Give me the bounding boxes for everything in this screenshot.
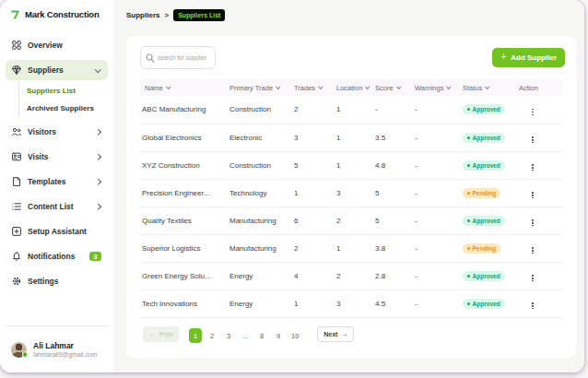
search-input[interactable]: [158, 54, 210, 61]
status-badge: Approved: [463, 160, 505, 171]
bell-icon: [12, 252, 21, 261]
id-card-icon: [12, 152, 21, 161]
cell-primary-trade: Technology: [229, 179, 294, 207]
table-row: ABC ManufacturingConstruction21--Approve…: [140, 96, 562, 124]
page-button-3[interactable]: 3: [222, 328, 235, 343]
kebab-menu-icon[interactable]: [526, 247, 539, 254]
sidebar-item-setup-assistant[interactable]: Setup Assistant: [6, 221, 108, 242]
breadcrumb-parent[interactable]: Suppliers: [126, 11, 159, 19]
cell-trades: 2: [294, 96, 336, 124]
plus-icon: +: [500, 53, 506, 62]
kebab-menu-icon[interactable]: [526, 109, 539, 115]
cell-trades: 1: [294, 179, 336, 207]
cell-score: 5: [375, 207, 415, 234]
sidebar: Mark Construction OverviewSuppliersSuppl…: [0, 0, 113, 372]
table-row: Quality TextilesManufacturing625-Approve…: [140, 207, 562, 234]
cell-location: 1: [336, 234, 375, 262]
cell-location: 2: [336, 207, 375, 234]
cell-score: 5: [375, 179, 415, 207]
prev-page-button[interactable]: ← Prev: [143, 326, 179, 342]
user-card[interactable]: Ali Lahmar lahmarali9@gmail.com: [6, 325, 108, 372]
column-header-trades[interactable]: Trades: [294, 79, 336, 96]
cell-action: [519, 262, 562, 289]
page-button-8[interactable]: 8: [255, 328, 268, 343]
sidebar-item-notifications[interactable]: Notifications3: [6, 246, 108, 266]
sidebar-subitem-archived-suppliers[interactable]: Archived Suppliers: [27, 100, 113, 117]
next-page-button[interactable]: Next →: [317, 326, 354, 342]
cell-action: [519, 151, 562, 179]
sort-chevron-icon: [447, 85, 452, 89]
cell-name: Superior Logistics: [140, 234, 229, 262]
sort-chevron-icon: [366, 85, 370, 89]
cell-primary-trade: Electronic: [229, 124, 294, 151]
main-content: Suppliers > Suppliers List + Add Supplie…: [113, 0, 584, 372]
page-button-9[interactable]: 9: [272, 328, 285, 343]
cell-primary-trade: Manufacturing: [229, 234, 294, 262]
status-badge: Approved: [463, 133, 505, 143]
status-dot-icon: [467, 108, 470, 111]
cell-action: [519, 207, 562, 234]
sidebar-item-suppliers[interactable]: Suppliers: [6, 60, 108, 80]
cell-primary-trade: Energy: [229, 289, 294, 317]
sort-chevron-icon: [166, 85, 171, 89]
gear-icon: [12, 277, 21, 286]
table-row: Green Energy Solu...Energy422.8-Approved: [140, 262, 562, 289]
sidebar-subitem-suppliers-list[interactable]: Suppliers List: [27, 82, 113, 100]
status-dot-icon: [467, 192, 470, 195]
chevron-right-icon: [95, 154, 100, 159]
cell-name: ABC Manufacturing: [140, 96, 229, 124]
cell-action: [519, 96, 562, 124]
app-window: Mark Construction OverviewSuppliersSuppl…: [0, 0, 584, 372]
breadcrumb-current: Suppliers List: [173, 9, 225, 21]
status-dot-icon: [467, 136, 470, 139]
cell-primary-trade: Manufacturing: [229, 207, 294, 234]
kebab-menu-icon[interactable]: [526, 302, 539, 309]
arrow-right-icon: →: [340, 330, 347, 338]
cell-status: Approved: [463, 262, 519, 289]
cell-score: 4.5: [375, 289, 415, 317]
page-button-2[interactable]: 2: [206, 328, 218, 343]
cell-location: 3: [336, 179, 375, 207]
cell-warnings: -: [415, 207, 463, 234]
cell-name: Tech Innovations: [140, 289, 229, 317]
chevron-right-icon: [95, 129, 100, 135]
sidebar-item-visits[interactable]: Visits: [6, 147, 108, 167]
people-icon: [12, 127, 21, 136]
cell-score: 3.8: [375, 234, 415, 262]
column-header-primary-trade[interactable]: Primary Trade: [229, 79, 294, 96]
search-box[interactable]: [140, 46, 216, 69]
cell-trades: 3: [294, 124, 336, 151]
page-button-10[interactable]: 10: [288, 328, 301, 343]
cell-primary-trade: Construction: [229, 96, 294, 124]
column-header-location[interactable]: Location: [336, 79, 375, 96]
sidebar-item-visitors[interactable]: Visitors: [6, 122, 108, 142]
grid-icon: [12, 41, 21, 50]
status-dot-icon: [467, 275, 470, 278]
table-row: Global ElectronicsElectronic313.5-Approv…: [140, 124, 562, 151]
pagination: ← Prev 123...8910 Next →: [126, 318, 576, 350]
sidebar-item-templates[interactable]: Templates: [6, 171, 108, 192]
kebab-menu-icon[interactable]: [526, 136, 539, 143]
kebab-menu-icon[interactable]: [526, 219, 539, 226]
cell-status: Pending: [463, 234, 519, 262]
column-header-status[interactable]: Status: [463, 79, 519, 96]
cell-trades: 1: [294, 289, 336, 317]
sidebar-nav: OverviewSuppliersSuppliers ListArchived …: [0, 30, 113, 325]
chevron-right-icon: [95, 204, 100, 209]
sidebar-item-settings[interactable]: Settings: [6, 271, 108, 291]
page-button-1[interactable]: 1: [189, 328, 202, 343]
cell-name: Green Energy Solu...: [140, 262, 229, 289]
kebab-menu-icon[interactable]: [526, 192, 539, 198]
add-supplier-button[interactable]: + Add Supplier: [492, 48, 565, 67]
kebab-menu-icon[interactable]: [526, 275, 539, 281]
column-header-score[interactable]: Score: [375, 79, 415, 96]
sidebar-item-content-list[interactable]: Content List: [6, 196, 108, 217]
status-badge: Approved: [463, 299, 505, 309]
kebab-menu-icon[interactable]: [526, 164, 539, 171]
sidebar-item-overview[interactable]: Overview: [6, 35, 108, 55]
cell-primary-trade: Energy: [229, 262, 294, 289]
column-header-warnings[interactable]: Warnings: [415, 79, 463, 96]
list-icon: [12, 202, 21, 211]
column-header-name[interactable]: Name: [140, 79, 229, 96]
cell-status: Approved: [463, 151, 519, 179]
